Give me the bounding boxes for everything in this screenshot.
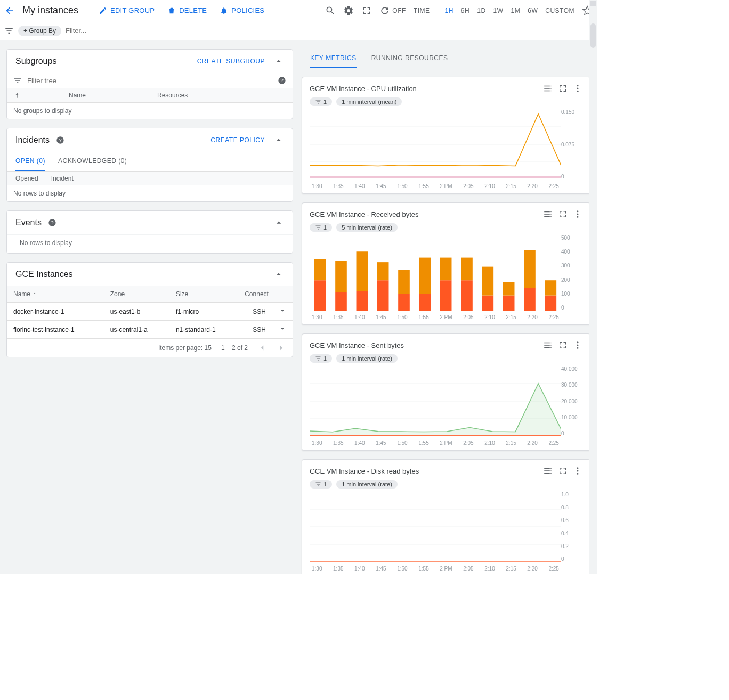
next-page-icon[interactable]	[277, 343, 286, 353]
pager-items[interactable]: Items per page: 15	[158, 344, 212, 352]
chip-interval[interactable]: 1 min interval (rate)	[336, 480, 398, 489]
chart-area[interactable]: 1.00.80.60.40.20 1:301:351:401:451:501:5…	[310, 492, 582, 572]
chip-interval[interactable]: 5 min interval (rate)	[336, 223, 398, 232]
chip-series-count[interactable]: 1	[310, 354, 332, 363]
legend-icon[interactable]	[543, 209, 553, 219]
scrollbar[interactable]	[589, 0, 597, 574]
x-tick: 1:30	[312, 183, 322, 189]
chip-series-count[interactable]: 1	[310, 480, 332, 489]
x-tick: 1:35	[333, 183, 343, 189]
help-icon[interactable]	[56, 136, 64, 144]
col-name[interactable]: Name	[7, 286, 104, 303]
chart-plot	[310, 492, 561, 562]
create-subgroup-button[interactable]: Create Subgroup	[197, 58, 265, 65]
prev-page-icon[interactable]	[257, 343, 267, 353]
x-tick: 2 PM	[440, 314, 452, 320]
time-range-1d[interactable]: 1D	[477, 7, 485, 14]
pager: Items per page: 15 1 – 2 of 2	[7, 339, 293, 357]
x-tick: 2:15	[506, 566, 516, 572]
chart-plot	[310, 366, 561, 436]
x-tick: 2:20	[527, 440, 537, 446]
chart-chips: 1 1 min interval (rate)	[310, 480, 582, 489]
y-tick: 0	[561, 174, 582, 180]
chart-chips: 1 5 min interval (rate)	[310, 223, 582, 232]
x-tick: 1:45	[376, 440, 386, 446]
svg-rect-34	[545, 280, 557, 295]
fullscreen-icon[interactable]	[558, 209, 568, 219]
help-icon[interactable]	[278, 76, 286, 85]
time-range-6h[interactable]: 6H	[461, 7, 469, 14]
legend-icon[interactable]	[543, 466, 553, 476]
svg-rect-28	[482, 267, 494, 296]
search-icon[interactable]	[325, 5, 336, 16]
more-icon[interactable]	[573, 209, 582, 219]
time-range-custom[interactable]: CUSTOM	[545, 7, 574, 14]
more-icon[interactable]	[573, 340, 582, 350]
col-connect[interactable]: Connect	[238, 286, 293, 303]
chevron-down-icon[interactable]	[279, 325, 286, 332]
fullscreen-icon[interactable]	[558, 466, 568, 476]
policies-button[interactable]: Policies	[214, 3, 270, 18]
main: Subgroups Create Subgroup Name Resources…	[0, 40, 597, 574]
chip-interval[interactable]: 1 min interval (rate)	[336, 354, 398, 363]
ssh-button[interactable]: SSH	[253, 326, 266, 333]
legend-icon[interactable]	[543, 84, 553, 93]
edit-group-button[interactable]: Edit Group	[93, 3, 160, 18]
filter-icon[interactable]	[4, 26, 14, 36]
chart-area[interactable]: 40,00030,00020,00010,0000 1:301:351:401:…	[310, 366, 582, 446]
col-zone[interactable]: Zone	[104, 286, 169, 303]
y-tick: 0.8	[561, 504, 582, 510]
chip-interval[interactable]: 1 min interval (mean)	[336, 97, 402, 106]
sort-icon[interactable]	[13, 92, 21, 99]
chevron-up-icon[interactable]	[273, 135, 284, 145]
time-range-6w[interactable]: 6W	[528, 7, 538, 14]
more-icon[interactable]	[573, 84, 582, 93]
filter-list-icon[interactable]	[13, 76, 22, 85]
gear-icon[interactable]	[343, 5, 354, 16]
legend-icon[interactable]	[543, 340, 553, 350]
autorefresh-toggle[interactable]: OFF	[379, 5, 406, 16]
x-tick: 1:45	[376, 183, 386, 189]
x-tick: 1:50	[397, 566, 407, 572]
filter-tree-input[interactable]	[27, 77, 270, 85]
chart-area[interactable]: 0.1500.0750 1:301:351:401:451:501:552 PM…	[310, 109, 582, 189]
fullscreen-icon[interactable]	[558, 340, 568, 350]
col-size[interactable]: Size	[169, 286, 238, 303]
col-resources: Resources	[157, 92, 286, 99]
subgroups-title: Subgroups	[15, 56, 56, 66]
tab-key-metrics[interactable]: Key Metrics	[310, 49, 357, 68]
help-icon[interactable]	[48, 218, 56, 227]
time-range-1m[interactable]: 1M	[511, 7, 521, 14]
chip-series-count[interactable]: 1	[310, 97, 332, 106]
table-row[interactable]: florinc-test-instance-1us-central1-an1-s…	[7, 321, 293, 339]
y-tick: 30,000	[561, 382, 582, 388]
tab-open[interactable]: Open (0)	[15, 152, 45, 171]
chevron-up-icon[interactable]	[273, 56, 284, 67]
chart-area[interactable]: 5004003002001000 1:301:351:401:451:501:5…	[310, 235, 582, 320]
table-row[interactable]: docker-instance-1us-east1-bf1-microSSH	[7, 303, 293, 321]
fullscreen-icon[interactable]	[558, 84, 568, 93]
time-range-1h[interactable]: 1H	[445, 7, 453, 14]
filter-input[interactable]	[66, 27, 593, 35]
fullscreen-icon[interactable]	[361, 5, 372, 16]
y-axis: 0.1500.0750	[561, 109, 582, 180]
chart-icons	[543, 340, 582, 350]
chevron-down-icon[interactable]	[279, 307, 286, 314]
x-tick: 2:15	[506, 440, 516, 446]
svg-rect-19	[398, 294, 410, 311]
time-range-1w[interactable]: 1W	[493, 7, 504, 14]
ssh-button[interactable]: SSH	[253, 308, 266, 315]
delete-button[interactable]: Delete	[162, 3, 212, 18]
more-icon[interactable]	[573, 466, 582, 476]
tab-acknowledged[interactable]: Acknowledged (0)	[58, 152, 127, 171]
y-tick: 0	[561, 430, 582, 436]
back-icon[interactable]	[4, 5, 15, 16]
create-policy-button[interactable]: Create Policy	[210, 136, 265, 144]
x-tick: 2:05	[463, 314, 473, 320]
y-tick: 0.4	[561, 531, 582, 536]
chip-series-count[interactable]: 1	[310, 223, 332, 232]
group-by-chip[interactable]: + Group By	[18, 26, 61, 36]
chevron-up-icon[interactable]	[273, 217, 284, 228]
tab-running-resources[interactable]: Running Resources	[371, 49, 448, 68]
chevron-up-icon[interactable]	[273, 269, 284, 280]
